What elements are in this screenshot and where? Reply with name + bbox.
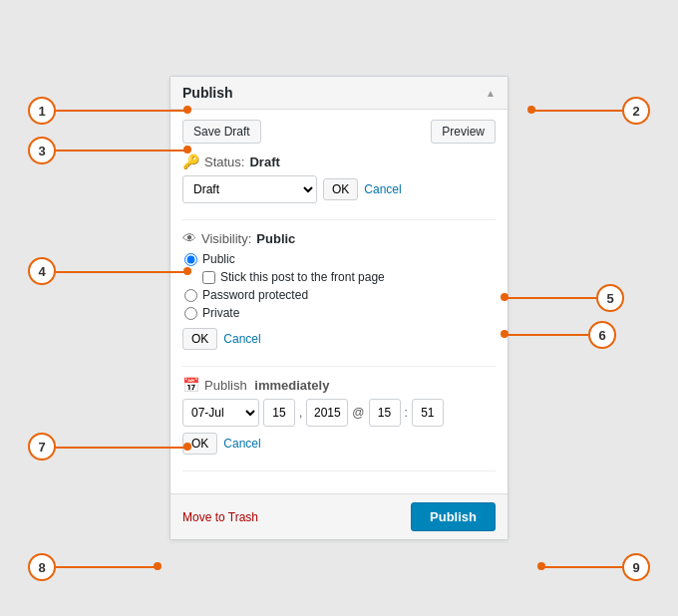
line-4 — [56, 271, 185, 273]
collapse-arrow-icon[interactable]: ▲ — [486, 88, 496, 99]
key-icon: 🔑 — [182, 154, 199, 169]
dot-8 — [154, 562, 162, 570]
draft-preview-row: Save Draft Preview — [182, 120, 496, 144]
callout-7: 7 — [28, 433, 56, 461]
outer-wrapper: 1 2 3 4 5 6 7 8 9 Publish ▲ Save Draft P… — [0, 0, 678, 616]
dot-4 — [183, 267, 191, 275]
visibility-section: 👁 Visibility: Public Public Stick this p… — [182, 230, 496, 367]
publish-timing-section: 📅 Publish immediately 07-Jul , @ : — [182, 377, 496, 471]
status-label-row: 🔑 Status: Draft — [182, 154, 496, 169]
at-symbol: @ — [352, 406, 364, 420]
dot-5 — [501, 293, 508, 301]
callout-2: 2 — [622, 97, 650, 125]
status-section: 🔑 Status: Draft Draft Pending Review OK … — [182, 154, 496, 220]
radio-private-label: Private — [202, 306, 239, 320]
radio-password: Password protected — [184, 288, 496, 302]
timing-cancel-link[interactable]: Cancel — [223, 437, 260, 451]
dot-2 — [527, 106, 535, 114]
visibility-cancel-link[interactable]: Cancel — [223, 332, 260, 346]
publish-timing-label-row: 📅 Publish immediately — [182, 377, 496, 393]
callout-4: 4 — [28, 257, 56, 285]
date-day-input[interactable] — [263, 399, 295, 427]
visibility-label-row: 👁 Visibility: Public — [182, 230, 496, 246]
callout-5: 5 — [596, 284, 624, 312]
visibility-current-value: Public — [256, 231, 295, 246]
move-to-trash-link[interactable]: Move to Trash — [182, 510, 258, 524]
line-8 — [56, 566, 156, 568]
publish-button[interactable]: Publish — [411, 502, 496, 531]
callout-8: 8 — [28, 553, 56, 581]
line-5 — [507, 297, 596, 299]
radio-password-label: Password protected — [202, 288, 308, 302]
visibility-options: Public Stick this post to the front page… — [184, 252, 496, 320]
dot-7 — [183, 443, 191, 451]
dot-6 — [501, 330, 508, 338]
checkbox-sticky-input[interactable] — [202, 271, 215, 284]
dot-3 — [183, 146, 191, 154]
calendar-icon: 📅 — [182, 377, 199, 393]
panel-footer: Move to Trash Publish — [170, 493, 508, 539]
panel-body: Save Draft Preview 🔑 Status: Draft Draft… — [170, 110, 508, 493]
panel-title: Publish — [182, 85, 233, 101]
date-hour-input[interactable] — [369, 399, 401, 427]
radio-private: Private — [184, 306, 496, 320]
visibility-ok-button[interactable]: OK — [182, 328, 217, 350]
status-current-value: Draft — [249, 154, 279, 169]
dot-1 — [183, 106, 191, 114]
radio-private-input[interactable] — [184, 307, 197, 320]
checkbox-sticky: Stick this post to the front page — [202, 270, 496, 284]
status-label-text: Status: — [204, 154, 244, 169]
dot-9 — [537, 562, 545, 570]
preview-button[interactable]: Preview — [431, 120, 496, 144]
radio-public: Public — [184, 252, 496, 266]
date-year-input[interactable] — [306, 399, 348, 427]
line-7 — [56, 447, 185, 449]
publish-timing-text: Publish immediately — [204, 378, 329, 393]
line-2 — [532, 110, 622, 112]
date-controls: 07-Jul , @ : — [182, 399, 496, 427]
date-min-input[interactable] — [412, 399, 444, 427]
line-1 — [56, 110, 185, 112]
callout-6: 6 — [588, 321, 616, 349]
radio-public-input[interactable] — [184, 253, 197, 266]
status-cancel-link[interactable]: Cancel — [364, 182, 401, 196]
visibility-label-text: Visibility: — [201, 231, 251, 246]
line-6 — [507, 334, 588, 336]
timing-ok-cancel: OK Cancel — [182, 433, 496, 455]
status-select[interactable]: Draft Pending Review — [182, 175, 317, 203]
radio-public-label: Public — [202, 252, 235, 266]
radio-password-input[interactable] — [184, 289, 197, 302]
save-draft-button[interactable]: Save Draft — [182, 120, 261, 144]
date-comma: , — [299, 406, 302, 420]
callout-1: 1 — [28, 97, 56, 125]
time-colon: : — [405, 406, 408, 420]
eye-icon: 👁 — [182, 230, 196, 246]
callout-9: 9 — [622, 553, 650, 581]
status-ok-button[interactable]: OK — [323, 178, 358, 200]
callout-3: 3 — [28, 137, 56, 164]
visibility-ok-cancel: OK Cancel — [182, 328, 496, 350]
status-controls: Draft Pending Review OK Cancel — [182, 175, 496, 203]
panel-header: Publish ▲ — [170, 77, 508, 110]
publish-panel: Publish ▲ Save Draft Preview 🔑 Status: D… — [170, 76, 508, 540]
date-month-select[interactable]: 07-Jul — [182, 399, 259, 427]
checkbox-sticky-label: Stick this post to the front page — [220, 270, 385, 284]
line-3 — [56, 150, 185, 152]
line-9 — [542, 566, 622, 568]
